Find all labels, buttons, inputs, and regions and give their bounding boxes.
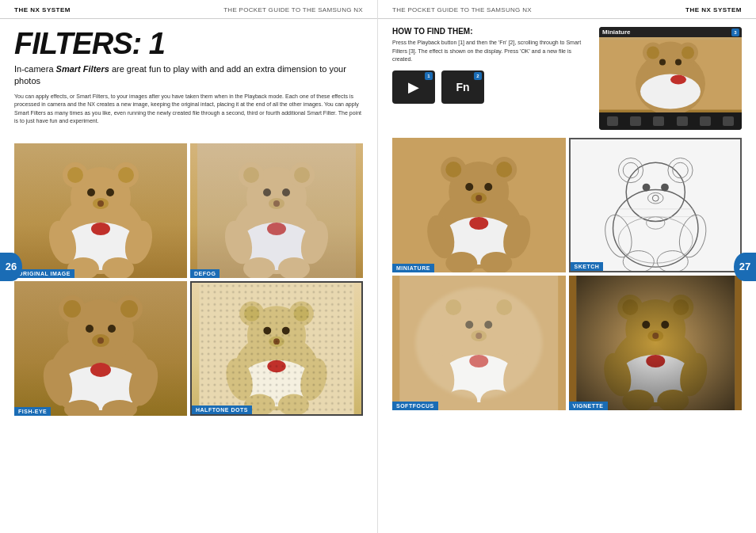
cam-btn-1 [607, 116, 618, 126]
label-halftone: HALFTONE DOTS [192, 405, 252, 414]
right-header-title: THE POCKET GUIDE TO THE SAMSUNG NX [392, 6, 532, 13]
cam-btn-2 [630, 116, 641, 126]
svg-rect-32 [197, 143, 356, 278]
svg-point-103 [642, 184, 650, 192]
left-header: THE NX SYSTEM THE POCKET GUIDE TO THE SA… [0, 0, 377, 19]
label-vignette: VIGNETTE [569, 402, 608, 410]
badge-1: 1 [425, 72, 433, 80]
svg-point-86 [465, 183, 473, 191]
svg-point-6 [87, 188, 95, 196]
camera-badge-3: 3 [731, 29, 739, 36]
label-original: ORIGINAL IMAGE [14, 269, 74, 278]
page-right: THE POCKET GUIDE TO THE SAMSUNG NX THE N… [378, 0, 756, 533]
svg-point-89 [475, 195, 482, 201]
svg-point-85 [496, 162, 512, 177]
fn-text: Fn [456, 81, 469, 93]
svg-point-36 [63, 300, 81, 318]
svg-rect-96 [578, 139, 732, 271]
left-image-grid: ORIGINAL IMAGE [0, 143, 377, 416]
left-header-title: THE POCKET GUIDE TO THE SAMSUNG NX [223, 6, 363, 13]
svg-rect-151 [576, 276, 735, 410]
body-text: You can apply effects, or Smart Filters,… [14, 93, 363, 126]
page-title: FILTERS: 1 [14, 29, 363, 59]
svg-point-104 [661, 184, 669, 192]
page-number-right: 27 [734, 253, 756, 281]
svg-point-39 [86, 325, 94, 333]
camera-bottom-bar [599, 112, 742, 130]
camera-display: Miniature 3 [599, 27, 742, 130]
image-vignette: VIGNETTE [569, 276, 743, 410]
right-image-grid: MINIATURE [378, 138, 756, 410]
right-header-brand: THE NX SYSTEM [685, 6, 742, 13]
label-fisheye: FISH-EYE [14, 407, 51, 416]
svg-point-95 [469, 217, 488, 230]
badge-2: 2 [474, 72, 482, 80]
camera-mode-label: Miniature [602, 29, 631, 36]
icon-badges: ▶ 1 Fn 2 [392, 70, 590, 104]
image-defog: DEFOG [190, 143, 363, 278]
svg-point-7 [106, 188, 114, 196]
label-miniature: MINIATURE [392, 264, 434, 272]
svg-point-9 [97, 200, 104, 207]
cam-btn-5 [700, 116, 711, 126]
cam-btn-3 [653, 116, 664, 126]
svg-point-78 [670, 75, 686, 85]
camera-top-bar: Miniature 3 [599, 27, 742, 37]
image-softfocus: SOFTFOCUS [392, 276, 566, 410]
cam-btn-6 [723, 116, 734, 126]
left-header-brand: THE NX SYSTEM [14, 6, 71, 13]
svg-point-87 [484, 183, 492, 191]
svg-point-76 [675, 59, 682, 66]
svg-point-77 [640, 74, 701, 109]
right-top-section: HOW TO FIND THEM: Press the Playback but… [378, 19, 756, 136]
image-halftone: HALFTONE DOTS [190, 281, 363, 416]
svg-point-38 [120, 300, 138, 318]
image-original: ORIGINAL IMAGE [14, 143, 187, 278]
svg-rect-67 [199, 283, 353, 414]
svg-point-5 [118, 167, 134, 183]
image-fisheye: FISH-EYE [14, 281, 187, 416]
image-sketch: SKETCH [569, 138, 743, 272]
page-left: THE NX SYSTEM THE POCKET GUIDE TO THE SA… [0, 0, 378, 533]
camera-screen: Miniature 3 [599, 27, 742, 130]
svg-point-40 [108, 325, 116, 333]
right-header: THE POCKET GUIDE TO THE SAMSUNG NX THE N… [378, 0, 756, 19]
svg-point-3 [67, 167, 83, 183]
label-softfocus: SOFTFOCUS [392, 402, 438, 410]
svg-point-133 [415, 287, 542, 398]
label-sketch: SKETCH [571, 262, 604, 271]
label-defog: DEFOG [190, 269, 220, 278]
image-miniature: MINIATURE [392, 138, 566, 272]
svg-point-42 [97, 337, 104, 344]
page-number-left: 26 [0, 253, 22, 281]
playback-button-icon: ▶ 1 [392, 70, 435, 104]
svg-point-75 [659, 59, 666, 66]
svg-point-72 [647, 47, 659, 59]
svg-point-83 [445, 162, 461, 177]
svg-point-48 [90, 363, 111, 377]
subtitle: In-camera Smart Filters are great fun to… [14, 63, 363, 88]
fn-button-icon: Fn 2 [441, 70, 484, 104]
svg-point-74 [682, 47, 694, 59]
how-to-text: Press the Playback button [1] and then t… [392, 39, 590, 64]
play-icon: ▶ [408, 78, 419, 96]
how-to-section: HOW TO FIND THEM: Press the Playback but… [392, 27, 590, 130]
how-to-title: HOW TO FIND THEM: [392, 27, 590, 36]
cam-btn-4 [677, 116, 688, 126]
svg-point-15 [91, 223, 110, 235]
camera-image-area [599, 37, 742, 112]
left-content: FILTERS: 1 In-camera Smart Filters are g… [0, 19, 377, 140]
